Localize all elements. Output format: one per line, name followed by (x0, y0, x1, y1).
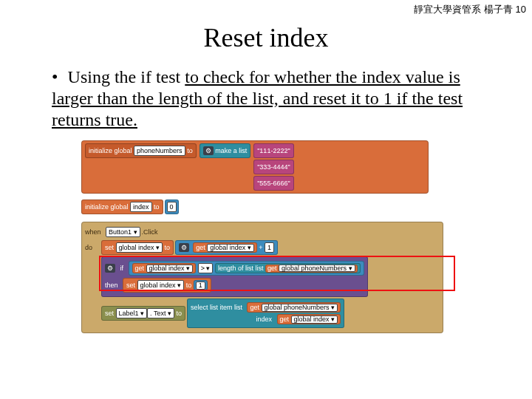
set-global-index: set global index ▾ to (101, 240, 174, 255)
number-block: 0 (165, 200, 179, 214)
slide-title: Reset index (0, 22, 532, 53)
list-item: "111-2222" (253, 143, 293, 158)
bullet-text: •Using the if test to check for whether … (0, 66, 532, 130)
if-block: ⚙ if get global index ▾ > ▾ length of li… (101, 256, 440, 297)
init-label: initialize global phoneNumbers to (85, 143, 197, 158)
set-label: set Label1 ▾ . Text ▾ to (101, 306, 185, 321)
if-container: ⚙ if get global index ▾ > ▾ length of li… (101, 256, 368, 297)
gear-icon: ⚙ (105, 264, 115, 273)
init-label: initialize global index to (81, 200, 163, 214)
do-label: do (85, 244, 100, 251)
set-index-1: set global index ▾ to 1 (123, 278, 211, 293)
make-list-block: ⚙ make a list (200, 143, 251, 158)
var-name: index (130, 202, 152, 212)
event-header: when Button1 ▾ .Click (85, 227, 440, 237)
bullet-dot: • (52, 66, 68, 88)
gear-icon: ⚙ (179, 243, 189, 252)
gear-icon: ⚙ (203, 146, 214, 155)
select-list-item: select list item list get global phoneNu… (187, 299, 344, 328)
init-index-block: initialize global index to 0 (81, 200, 458, 214)
list-values: "111-2222" "333-4444" "555-6666" (253, 143, 293, 191)
component-name: Button1 ▾ (106, 227, 140, 237)
set-label-text: set Label1 ▾ . Text ▾ to select list ite… (101, 299, 440, 328)
slide-corner-source: 靜宜大學資管系 楊子青 10 (414, 3, 526, 16)
bullet-prefix: Using the if test (68, 67, 185, 86)
list-item: "555-6666" (253, 176, 293, 191)
math-plus: ⚙ get global index ▾ + 1 (175, 240, 278, 255)
init-phone-block: initialize global phoneNumbers to ⚙ make… (81, 140, 429, 194)
var-name: phoneNumbers (134, 146, 185, 156)
compare-block: get global index ▾ > ▾ length of list li… (129, 261, 364, 276)
list-item: "333-4444" (253, 160, 293, 174)
blocks-figure: initialize global phoneNumbers to ⚙ make… (81, 140, 458, 333)
event-block: when Button1 ▾ .Click do set global inde… (81, 222, 458, 333)
